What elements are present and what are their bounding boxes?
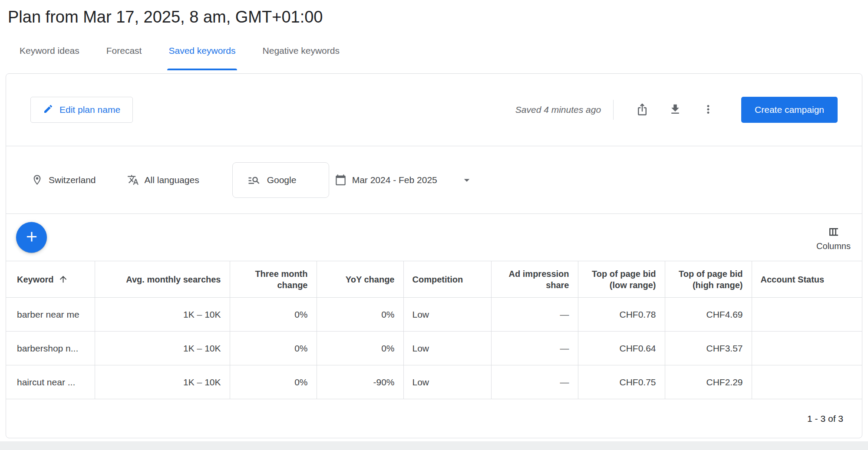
column-header-top-bid-high[interactable]: Top of page bid (high range): [665, 261, 752, 298]
column-header-account-status[interactable]: Account Status: [752, 261, 862, 298]
columns-label: Columns: [816, 241, 851, 251]
columns-button[interactable]: Columns: [816, 225, 851, 251]
cell-keyword: haircut near ...: [6, 365, 95, 399]
column-header-avg-monthly-searches[interactable]: Avg. monthly searches: [95, 261, 230, 298]
calendar-icon: [335, 174, 347, 186]
tab-label: Forecast: [106, 46, 142, 56]
saved-keywords-table: Keyword Avg. monthly searches Three mont…: [6, 261, 862, 399]
cell-ad-impression-share: —: [491, 365, 578, 399]
column-header-label: Competition: [413, 275, 463, 284]
cell-top-bid-high: CHF3.57: [665, 332, 752, 365]
download-icon: [669, 103, 682, 117]
column-header-top-bid-low[interactable]: Top of page bid (low range): [578, 261, 665, 298]
table-footer: 1 - 3 of 3: [6, 399, 862, 438]
column-header-label: Ad impression share: [509, 269, 569, 290]
table-row[interactable]: barbershop n... 1K – 10K 0% 0% Low — CHF…: [6, 332, 862, 365]
columns-icon: [827, 225, 840, 238]
cell-top-bid-low: CHF0.64: [578, 332, 665, 365]
pencil-icon: [43, 104, 53, 116]
table-controls: Columns: [6, 214, 862, 261]
column-header-keyword[interactable]: Keyword: [6, 261, 95, 298]
cell-competition: Low: [403, 365, 491, 399]
search-network-icon: [248, 174, 261, 187]
edit-plan-name-label: Edit plan name: [59, 105, 120, 115]
pagination-label: 1 - 3 of 3: [807, 414, 843, 424]
cell-avg-monthly-searches: 1K – 10K: [95, 332, 230, 365]
tab-label: Saved keywords: [168, 46, 235, 56]
table-header-row: Keyword Avg. monthly searches Three mont…: [6, 261, 862, 298]
plan-filters: Switzerland All languages Google Mar 202…: [6, 146, 862, 214]
column-header-three-month-change[interactable]: Three month change: [230, 261, 317, 298]
column-header-label: Top of page bid (low range): [592, 269, 656, 290]
plan-card: Edit plan name Saved 4 minutes ago Creat…: [6, 73, 862, 438]
tab-label: Keyword ideas: [20, 46, 79, 56]
date-range-filter[interactable]: Mar 2024 - Feb 2025: [335, 174, 473, 187]
tab-label: Negative keywords: [263, 46, 340, 56]
chevron-down-icon: [460, 174, 473, 187]
column-header-label: Avg. monthly searches: [126, 275, 221, 284]
more-vert-icon: [702, 103, 715, 117]
column-header-competition[interactable]: Competition: [403, 261, 491, 298]
tab-negative-keywords[interactable]: Negative keywords: [249, 45, 353, 70]
plus-icon: [23, 229, 40, 246]
cell-avg-monthly-searches: 1K – 10K: [95, 365, 230, 399]
cell-yoy-change: 0%: [317, 332, 403, 365]
table-row[interactable]: haircut near ... 1K – 10K 0% -90% Low — …: [6, 365, 862, 399]
create-campaign-button[interactable]: Create campaign: [741, 97, 838, 123]
column-header-label: Account Status: [761, 275, 825, 284]
share-icon: [636, 103, 649, 117]
column-header-ad-impression-share[interactable]: Ad impression share: [491, 261, 578, 298]
sort-ascending-icon: [58, 274, 68, 284]
toolbar-divider: [613, 100, 614, 120]
cell-yoy-change: 0%: [317, 298, 403, 332]
more-options-button[interactable]: [696, 98, 720, 122]
cell-account-status: [752, 365, 862, 399]
cell-competition: Low: [403, 332, 491, 365]
location-filter[interactable]: Switzerland: [31, 174, 96, 186]
cell-three-month-change: 0%: [230, 365, 317, 399]
edit-plan-name-button[interactable]: Edit plan name: [30, 97, 133, 123]
language-filter-label: All languages: [145, 175, 199, 185]
cell-top-bid-high: CHF2.29: [665, 365, 752, 399]
column-header-label: YoY change: [346, 275, 395, 284]
translate-icon: [127, 174, 139, 186]
cell-ad-impression-share: —: [491, 332, 578, 365]
cell-avg-monthly-searches: 1K – 10K: [95, 298, 230, 332]
cell-three-month-change: 0%: [230, 332, 317, 365]
plan-toolbar: Edit plan name Saved 4 minutes ago Creat…: [6, 74, 862, 146]
cell-yoy-change: -90%: [317, 365, 403, 399]
cell-keyword: barber near me: [6, 298, 95, 332]
cell-competition: Low: [403, 298, 491, 332]
cell-top-bid-low: CHF0.75: [578, 365, 665, 399]
column-header-yoy-change[interactable]: YoY change: [317, 261, 403, 298]
cell-keyword: barbershop n...: [6, 332, 95, 365]
cell-account-status: [752, 332, 862, 365]
add-keywords-button[interactable]: [16, 222, 47, 253]
network-filter[interactable]: Google: [232, 162, 329, 198]
cell-three-month-change: 0%: [230, 298, 317, 332]
saved-status-text: Saved 4 minutes ago: [515, 105, 601, 115]
table-row[interactable]: barber near me 1K – 10K 0% 0% Low — CHF0…: [6, 298, 862, 332]
cell-top-bid-high: CHF4.69: [665, 298, 752, 332]
download-button[interactable]: [663, 98, 687, 122]
tab-saved-keywords[interactable]: Saved keywords: [155, 45, 249, 70]
create-campaign-label: Create campaign: [755, 105, 824, 115]
tab-forecast[interactable]: Forecast: [93, 45, 155, 70]
location-filter-label: Switzerland: [49, 175, 96, 185]
cell-top-bid-low: CHF0.78: [578, 298, 665, 332]
tab-bar: Keyword ideas Forecast Saved keywords Ne…: [0, 45, 868, 70]
cell-ad-impression-share: —: [491, 298, 578, 332]
network-filter-label: Google: [267, 175, 297, 185]
location-pin-icon: [31, 174, 43, 186]
column-header-label: Keyword: [17, 274, 53, 285]
column-header-label: Three month change: [255, 269, 307, 290]
page-bottom-strip: [0, 441, 868, 450]
cell-account-status: [752, 298, 862, 332]
date-range-label: Mar 2024 - Feb 2025: [352, 175, 437, 185]
share-button[interactable]: [630, 98, 654, 122]
language-filter[interactable]: All languages: [127, 174, 199, 186]
tab-keyword-ideas[interactable]: Keyword ideas: [6, 45, 93, 70]
page-title: Plan from Mar 17, 2025, 8 am, GMT+01:00: [0, 0, 868, 27]
column-header-label: Top of page bid (high range): [679, 269, 743, 290]
